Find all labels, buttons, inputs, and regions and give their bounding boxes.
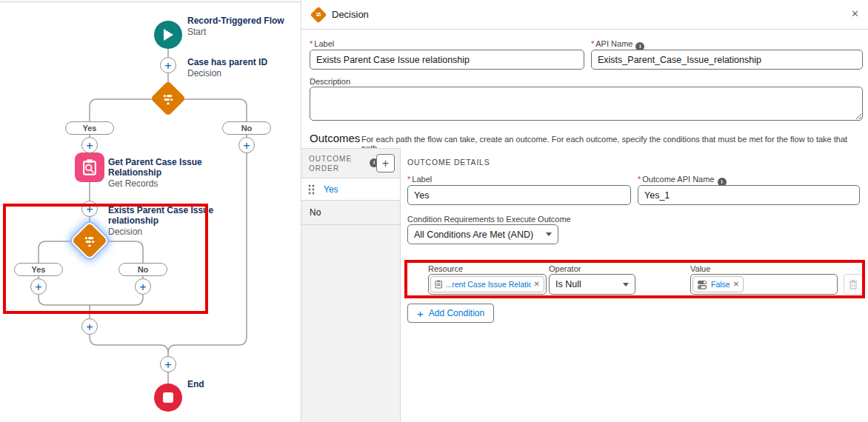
required-marker: * — [591, 39, 594, 48]
decision1-title: Case has parent ID — [187, 57, 313, 67]
outcomes-heading: Outcomes — [310, 132, 360, 144]
outcomes-description: For each path the flow can take, create … — [361, 135, 864, 153]
condition-requirements-label: Condition Requirements to Execute Outcom… — [407, 215, 571, 224]
outcome-item-no[interactable]: No — [301, 201, 400, 225]
start-node[interactable] — [154, 21, 182, 49]
decision-icon — [159, 90, 177, 107]
outcome-order-sidebar: Outcome Order i + Yes No — [301, 148, 401, 422]
add-element-button[interactable]: + — [81, 137, 98, 153]
condition-requirements-select[interactable]: All Conditions Are Met (AND) — [407, 224, 558, 244]
drag-handle-icon[interactable] — [308, 184, 315, 195]
outcome-api-input[interactable] — [638, 185, 860, 205]
outcome-item-label: No — [310, 207, 321, 218]
stop-icon — [163, 392, 173, 403]
get-records-label: Get Parent Case Issue Relationship Get R… — [108, 157, 219, 190]
outcome-order-title: Outcome Order — [309, 154, 362, 173]
start-subtitle: Start — [187, 27, 313, 38]
label-field-label: *Label — [310, 39, 334, 48]
add-element-button[interactable]: + — [160, 356, 176, 372]
add-element-button[interactable]: + — [160, 57, 176, 73]
get-records-subtitle: Get Records — [108, 178, 219, 190]
plus-icon: + — [417, 307, 424, 320]
get-records-title: Get Parent Case Issue Relationship — [108, 157, 219, 178]
outcome-label-input[interactable] — [407, 185, 631, 205]
panel-title: Decision — [332, 9, 369, 20]
get-records-icon — [79, 157, 100, 178]
start-title: Record-Triggered Flow — [187, 16, 313, 26]
outcome-label-field-label: *Label — [407, 175, 432, 184]
decision1-node[interactable] — [153, 84, 183, 113]
add-outcome-button[interactable]: + — [376, 154, 395, 173]
decision-glyph-icon — [314, 10, 323, 19]
end-title: End — [187, 379, 204, 389]
branch-label-no: No — [222, 121, 271, 135]
decision-icon — [311, 7, 326, 22]
label-input[interactable] — [310, 50, 584, 70]
decision1-label: Case has parent ID Decision — [187, 57, 313, 80]
outcome-details-heading: Outcome Details — [407, 158, 490, 167]
play-icon — [162, 28, 174, 41]
chevron-down-icon — [546, 232, 552, 236]
flow-canvas: Record-Triggered Flow Start + Case has p… — [0, 0, 301, 422]
close-icon[interactable]: ✕ — [851, 8, 859, 19]
required-marker: * — [310, 39, 313, 48]
description-field-label: Description — [310, 77, 350, 86]
decision1-subtitle: Decision — [187, 68, 313, 80]
add-condition-button[interactable]: + Add Condition — [407, 304, 494, 323]
condition-requirements-value: All Conditions Are Met (AND) — [414, 230, 533, 240]
add-element-button[interactable]: + — [238, 137, 255, 153]
description-textarea[interactable] — [310, 87, 863, 121]
start-node-label: Record-Triggered Flow Start — [187, 16, 313, 38]
highlight-box-condition — [404, 260, 865, 298]
outcome-item-yes[interactable]: Yes — [301, 178, 400, 201]
required-marker: * — [638, 175, 641, 184]
add-condition-label: Add Condition — [429, 308, 484, 318]
flow-builder-app: Record-Triggered Flow Start + Case has p… — [0, 0, 868, 422]
add-element-button[interactable]: + — [81, 318, 98, 335]
end-node[interactable] — [154, 384, 182, 412]
branch-label-yes: Yes — [65, 121, 114, 135]
outcome-item-label: Yes — [324, 184, 338, 195]
required-marker: * — [407, 175, 410, 184]
api-name-input[interactable] — [591, 50, 863, 70]
highlight-box-decision — [3, 204, 208, 314]
outcome-order-header: Outcome Order i + — [301, 149, 400, 178]
end-node-label: End — [187, 379, 204, 389]
decision-property-panel: Decision ✕ *Label *API Namei Description… — [301, 0, 868, 422]
panel-header: Decision ✕ — [301, 0, 868, 30]
get-records-node[interactable] — [75, 153, 104, 182]
